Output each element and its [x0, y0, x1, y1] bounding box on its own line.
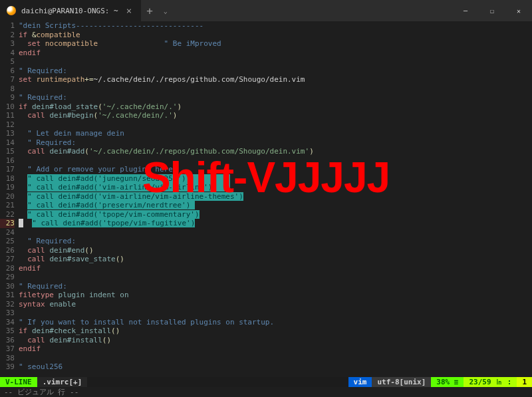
new-tab-button[interactable]: + [141, 5, 158, 17]
close-button[interactable]: ✕ [505, 0, 532, 21]
tab-title: daichi@PARAN10-ONGS: ~ [21, 7, 118, 15]
window-controls: ─ ☐ ✕ [452, 0, 532, 21]
status-mode: V-LINE [0, 377, 37, 387]
window-title-bar: daichi@PARAN10-ONGS: ~ × + ⌄ ─ ☐ ✕ [0, 0, 532, 21]
terminal-tab[interactable]: daichi@PARAN10-ONGS: ~ × [0, 0, 141, 21]
tab-icon [7, 6, 16, 15]
mode-message: -- ビジュアル 行 -- [4, 387, 78, 397]
status-file: .vimrc[+] [37, 377, 88, 387]
status-gap [87, 377, 348, 387]
tab-close-button[interactable]: × [124, 5, 134, 16]
status-position: 23/59 ㏑ : [464, 377, 517, 387]
status-percent: 38% ≡ [431, 377, 464, 387]
status-encoding: utf-8[unix] [372, 377, 431, 387]
status-filetype: vim [348, 377, 372, 387]
line-number-gutter: 1234567891011121314151617181920212223242… [0, 21, 19, 374]
status-line: V-LINE .vimrc[+] vim utf-8[unix] 38% ≡ 2… [0, 377, 532, 387]
editor-pane[interactable]: 1234567891011121314151617181920212223242… [0, 21, 532, 374]
tab-dropdown-button[interactable]: ⌄ [158, 7, 173, 15]
command-line[interactable]: -- ビジュアル 行 -- [0, 387, 532, 397]
maximize-button[interactable]: ☐ [479, 0, 505, 21]
minimize-button[interactable]: ─ [452, 0, 479, 21]
status-column: 1 [517, 377, 532, 387]
code-area[interactable]: "dein Scripts---------------------------… [19, 21, 532, 374]
